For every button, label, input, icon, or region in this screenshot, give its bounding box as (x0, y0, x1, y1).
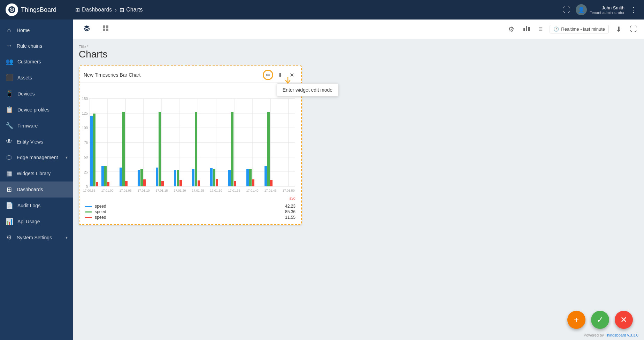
svg-rect-38 (104, 166, 107, 186)
clock-icon: 🕐 (553, 26, 559, 32)
assets-icon: ⬛ (6, 74, 13, 82)
sidebar-item-api-usage-label: Api Usage (17, 219, 68, 224)
sidebar-item-entity-views-label: Entity Views (17, 139, 68, 145)
download-icon[interactable]: ⬇ (614, 24, 623, 35)
svg-text:75: 75 (84, 141, 88, 145)
sidebar-item-audit-logs[interactable]: 📄 Audit Logs (0, 198, 73, 214)
widget-card: New Timeseries Bar Chart ✏ Enter widget … (79, 65, 302, 225)
widget-actions: ✏ Enter widget edit mode (263, 70, 297, 80)
svg-text:17:01:25: 17:01:25 (192, 189, 204, 192)
user-name: John Smith (590, 5, 624, 10)
svg-text:17:01:05: 17:01:05 (119, 189, 131, 192)
filter-icon[interactable]: ≡ (537, 24, 544, 34)
realtime-badge[interactable]: 🕐 Realtime - last minute (550, 25, 609, 33)
layers-tab[interactable] (79, 22, 95, 37)
svg-rect-51 (179, 180, 182, 186)
svg-text:150: 150 (82, 97, 88, 101)
svg-rect-63 (252, 179, 254, 186)
sidebar-item-home[interactable]: ⌂ Home (0, 22, 73, 38)
devices-icon: 📱 (6, 90, 13, 98)
svg-rect-40 (120, 168, 122, 186)
breadcrumb-current-label: Charts (126, 7, 143, 13)
system-settings-arrow: ▾ (66, 235, 68, 240)
topbar-right: ⛶ 👤 John Smith Tenant administrator ⋮ (562, 4, 638, 15)
more-menu-icon[interactable]: ⋮ (629, 4, 638, 15)
main-layout: ⌂ Home ↔ Rule chains 👥 Customers ⬛ Asset… (0, 20, 644, 340)
content-area: ⚙ ≡ 🕐 Realtime - last minute ⬇ ⛶ (73, 20, 644, 340)
svg-rect-1 (103, 25, 105, 28)
user-info[interactable]: 👤 John Smith Tenant administrator (576, 4, 624, 15)
topbar: ThingsBoard ⊞ Dashboards › ⊞ Charts ⛶ 👤 … (0, 0, 644, 20)
confirm-icon: ✓ (597, 315, 604, 325)
fab-confirm-button[interactable]: ✓ (591, 311, 609, 329)
legend-value-0: 42.23 (285, 204, 296, 209)
sidebar-item-edge-management[interactable]: ⬡ Edge management ▾ (0, 149, 73, 165)
sidebar-item-widgets-library[interactable]: ▦ Widgets Library (0, 165, 73, 181)
customers-icon: 👥 (6, 58, 13, 65)
legend-color-blue (85, 206, 92, 207)
svg-text:17:01:15: 17:01:15 (155, 189, 168, 192)
svg-text:17:01:35: 17:01:35 (228, 189, 240, 192)
settings-icon[interactable]: ⚙ (507, 24, 516, 35)
chart-icon[interactable] (521, 23, 532, 35)
dashboard-canvas: Title * Charts New Timeseries Bar Chart … (73, 39, 644, 340)
sidebar-item-home-label: Home (17, 28, 68, 33)
expand-icon[interactable]: ⛶ (629, 24, 638, 34)
sidebar-item-devices[interactable]: 📱 Devices (0, 86, 73, 102)
svg-rect-39 (107, 182, 109, 186)
bar-chart-svg: 0 25 50 75 100 125 150 (79, 85, 297, 193)
sidebar-item-widgets-library-label: Widgets Library (17, 171, 68, 176)
api-usage-icon: 📊 (6, 218, 13, 225)
legend-label-2: speed (95, 215, 106, 220)
cancel-icon: ✕ (620, 315, 627, 325)
fullscreen-icon[interactable]: ⛶ (562, 5, 572, 15)
sidebar-item-firmware[interactable]: 🔧 Firmware (0, 118, 73, 134)
svg-rect-59 (231, 112, 233, 186)
svg-rect-7 (528, 27, 530, 31)
sidebar-item-customers-label: Customers (17, 59, 68, 64)
legend-left-2: speed (85, 215, 106, 220)
sidebar-item-entity-views[interactable]: 👁 Entity Views (0, 134, 73, 149)
legend-value-2: 11.55 (285, 215, 296, 220)
svg-rect-56 (213, 169, 215, 186)
sidebar-item-edge-management-label: Edge management (17, 155, 61, 160)
dashboard-title-area: Title * Charts (79, 45, 638, 60)
svg-text:17:00:55: 17:00:55 (83, 189, 95, 192)
tooltip-text: Enter widget edit mode (283, 87, 332, 93)
widget-header: New Timeseries Bar Chart ✏ Enter widget … (79, 66, 301, 83)
sidebar-item-system-settings[interactable]: ⚙ System Settings ▾ (0, 230, 73, 246)
logo-text: ThingsBoard (21, 6, 56, 14)
sidebar-item-assets[interactable]: ⬛ Assets (0, 70, 73, 86)
sidebar-item-assets-label: Assets (17, 75, 68, 80)
svg-rect-66 (270, 180, 273, 186)
sidebar-item-dashboards[interactable]: ⊞ Dashboards (0, 181, 73, 198)
tooltip-container: Enter widget edit mode (277, 83, 338, 96)
breadcrumb-separator: › (115, 6, 117, 14)
svg-rect-64 (264, 166, 267, 186)
breadcrumb-dashboards[interactable]: ⊞ Dashboards (75, 7, 112, 13)
svg-rect-55 (210, 168, 213, 186)
widget-download-button[interactable]: ⬇ (275, 70, 285, 80)
legend-row-0: speed 42.23 (85, 204, 296, 209)
title-label: Title * (79, 45, 638, 49)
svg-text:17:01:50: 17:01:50 (282, 189, 294, 192)
powered-by-text: Powered by (584, 333, 605, 337)
svg-rect-54 (198, 180, 200, 186)
legend-row-2: speed 11.55 (85, 215, 296, 220)
svg-rect-65 (267, 112, 270, 186)
sidebar-item-api-usage[interactable]: 📊 Api Usage (0, 214, 73, 230)
grid-tab[interactable] (98, 22, 114, 37)
fab-cancel-button[interactable]: ✕ (615, 311, 633, 329)
sidebar-item-rule-chains[interactable]: ↔ Rule chains (0, 38, 73, 54)
svg-rect-46 (156, 168, 158, 186)
svg-rect-41 (122, 112, 125, 186)
fab-add-button[interactable]: + (567, 311, 585, 329)
charts-nav-icon: ⊞ (120, 7, 124, 13)
sidebar-item-device-profiles[interactable]: 📋 Device profiles (0, 102, 73, 118)
svg-rect-4 (106, 29, 108, 31)
svg-rect-42 (125, 181, 128, 186)
widget-edit-button[interactable]: ✏ Enter widget edit mode (263, 70, 273, 80)
sidebar-item-customers[interactable]: 👥 Customers (0, 54, 73, 70)
powered-by-link[interactable]: Thingsboard v.3.3.0 (605, 333, 638, 337)
svg-rect-62 (249, 169, 252, 186)
